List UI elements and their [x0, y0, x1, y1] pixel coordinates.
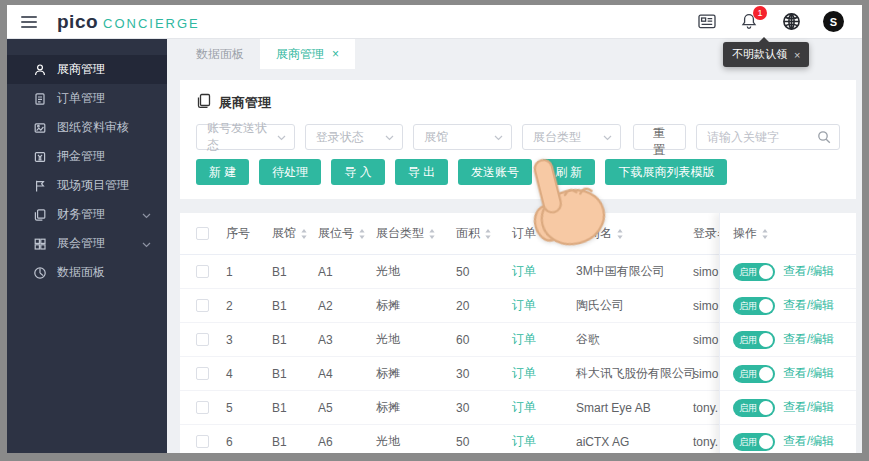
sidebar-item[interactable]: 展会管理: [7, 229, 167, 258]
row-checkbox[interactable]: [196, 333, 209, 346]
tab-exhibitor-management[interactable]: 展商管理 ×: [260, 39, 355, 69]
filter-select[interactable]: 登录状态: [305, 124, 404, 150]
sidebar-item[interactable]: 押金管理: [7, 142, 167, 171]
action-button[interactable]: 刷 新: [542, 159, 595, 185]
cell-booth: A6: [318, 435, 376, 449]
tooltip-text: 不明款认领: [732, 47, 787, 62]
claims-card-icon[interactable]: [697, 12, 717, 32]
filter-select[interactable]: 展台类型: [522, 124, 621, 150]
sort-caret-icon[interactable]: [540, 228, 548, 240]
column-header[interactable]: 展馆: [272, 225, 318, 242]
row-checkbox[interactable]: [196, 435, 209, 448]
toggle-label: 启用: [739, 433, 757, 451]
enable-toggle[interactable]: 启用: [733, 263, 775, 281]
column-header[interactable]: 展台类型: [376, 225, 456, 242]
cell-area: 50: [456, 435, 512, 449]
document-icon: [33, 92, 47, 106]
view-edit-link[interactable]: 查看/编辑: [783, 365, 834, 382]
row-checkbox[interactable]: [196, 401, 209, 414]
action-button[interactable]: 下载展商列表模版: [605, 159, 727, 185]
tooltip-close-icon[interactable]: ×: [794, 49, 800, 61]
action-button[interactable]: 待处理: [259, 159, 321, 185]
select-all-checkbox[interactable]: [196, 227, 209, 240]
cell-area: 20: [456, 299, 512, 313]
column-header[interactable]: 订单: [512, 225, 576, 242]
reset-button[interactable]: 重 置: [633, 124, 686, 150]
view-edit-link[interactable]: 查看/编辑: [783, 331, 834, 348]
cell-hall: B1: [272, 401, 318, 415]
select-placeholder: 登录状态: [316, 129, 364, 146]
sidebar-item-label: 展会管理: [57, 235, 105, 252]
operation-column: 操作启用查看/编辑启用查看/编辑启用查看/编辑启用查看/编辑启用查看/编辑启用查…: [719, 213, 856, 453]
sidebar-item[interactable]: 数据面板: [7, 258, 167, 287]
row-checkbox[interactable]: [196, 265, 209, 278]
cell-booth: A4: [318, 367, 376, 381]
toggle-label: 启用: [739, 331, 757, 349]
enable-toggle[interactable]: 启用: [733, 433, 775, 451]
cell-type: 光地: [376, 433, 456, 450]
order-link[interactable]: 订单: [512, 297, 576, 314]
filter-select[interactable]: 展馆: [413, 124, 512, 150]
toggle-knob: [759, 333, 773, 347]
filter-row: 账号发送状态登录状态展馆展台类型重 置: [196, 124, 840, 150]
sort-caret-icon[interactable]: [358, 228, 366, 240]
toggle-knob: [759, 435, 773, 449]
cell-company: Smart Eye AB: [576, 401, 693, 415]
search-input[interactable]: [707, 130, 817, 144]
view-edit-link[interactable]: 查看/编辑: [783, 263, 834, 280]
sort-caret-icon[interactable]: [300, 228, 308, 240]
search-box: [696, 124, 840, 150]
column-header: 序号: [226, 225, 272, 242]
select-placeholder: 展馆: [424, 129, 448, 146]
chart-icon: [33, 266, 47, 280]
sort-caret-icon[interactable]: [761, 228, 769, 240]
action-button[interactable]: 导 出: [395, 159, 448, 185]
column-header[interactable]: 展商名: [576, 225, 693, 242]
row-checkbox[interactable]: [196, 299, 209, 312]
operation-row: 启用查看/编辑: [720, 323, 856, 357]
sidebar-item[interactable]: 财务管理: [7, 200, 167, 229]
view-edit-link[interactable]: 查看/编辑: [783, 433, 834, 450]
sidebar-item[interactable]: 图纸资料审核: [7, 113, 167, 142]
sort-caret-icon[interactable]: [484, 228, 492, 240]
view-edit-link[interactable]: 查看/编辑: [783, 297, 834, 314]
sidebar-item[interactable]: 订单管理: [7, 84, 167, 113]
order-link[interactable]: 订单: [512, 399, 576, 416]
sort-caret-icon[interactable]: [428, 228, 436, 240]
sidebar-item[interactable]: 现场项目管理: [7, 171, 167, 200]
order-link[interactable]: 订单: [512, 263, 576, 280]
menu-icon[interactable]: [21, 16, 37, 28]
order-link[interactable]: 订单: [512, 433, 576, 450]
order-link[interactable]: 订单: [512, 365, 576, 382]
language-globe-icon[interactable]: [781, 12, 801, 32]
tab-data-panel[interactable]: 数据面板: [180, 39, 260, 69]
enable-toggle[interactable]: 启用: [733, 365, 775, 383]
cell-no: 1: [226, 265, 272, 279]
action-button[interactable]: 新 建: [196, 159, 249, 185]
cell-booth: A2: [318, 299, 376, 313]
enable-toggle[interactable]: 启用: [733, 331, 775, 349]
avatar[interactable]: S: [823, 11, 844, 32]
view-edit-link[interactable]: 查看/编辑: [783, 399, 834, 416]
notifications-bell-icon[interactable]: 1: [739, 12, 759, 32]
sort-caret-icon[interactable]: [616, 228, 624, 240]
search-icon: [817, 130, 831, 144]
action-button[interactable]: 导 入: [331, 159, 384, 185]
sidebar-item[interactable]: 展商管理: [7, 55, 167, 84]
tab-close-icon[interactable]: ×: [332, 47, 339, 61]
copy-icon: [33, 208, 47, 222]
cell-company: 谷歌: [576, 331, 693, 348]
enable-toggle[interactable]: 启用: [733, 399, 775, 417]
enable-toggle[interactable]: 启用: [733, 297, 775, 315]
order-link[interactable]: 订单: [512, 331, 576, 348]
operation-row: 启用查看/编辑: [720, 289, 856, 323]
column-header[interactable]: 展位号: [318, 225, 376, 242]
filter-select[interactable]: 账号发送状态: [196, 124, 295, 150]
cell-booth: A3: [318, 333, 376, 347]
column-header[interactable]: 面积: [456, 225, 512, 242]
action-button[interactable]: 发送账号: [458, 159, 532, 185]
chevron-down-icon: [142, 208, 151, 222]
sidebar-item-label: 押金管理: [57, 148, 105, 165]
chevron-down-icon: [142, 237, 151, 251]
row-checkbox[interactable]: [196, 367, 209, 380]
